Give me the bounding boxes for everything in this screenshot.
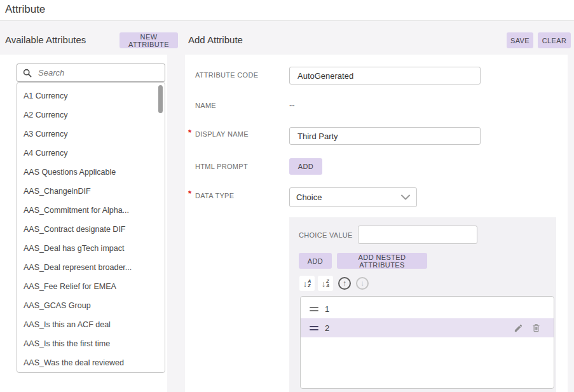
attribute-list-item[interactable]: AAS Questions Applicable	[17, 163, 165, 182]
available-attributes-panel: A1 CurrencyA2 CurrencyA3 CurrencyA4 Curr…	[0, 55, 167, 392]
sort-descending-button[interactable]: ↓ ZA	[318, 276, 333, 291]
attribute-list-item[interactable]: AAS_Fee Relief for EMEA	[17, 277, 165, 296]
required-asterisk: *	[188, 128, 191, 137]
attribute-list-item[interactable]: AAS_Is this an ACF deal	[17, 315, 165, 334]
edit-pencil-icon[interactable]	[514, 323, 523, 333]
drag-handle-icon[interactable]	[310, 307, 318, 311]
attribute-list-items: A1 CurrencyA2 CurrencyA3 CurrencyA4 Curr…	[17, 86, 165, 372]
attribute-list-item[interactable]: AAS_ChangeinDIF	[17, 182, 165, 201]
drag-handle-icon[interactable]	[310, 326, 318, 330]
move-up-button[interactable]: ↑	[338, 277, 351, 290]
display-name-input[interactable]	[289, 127, 481, 145]
attribute-list-item[interactable]: AAS_Commitment for Alpha...	[17, 201, 165, 220]
available-attributes-title: Available Attributes	[5, 34, 86, 45]
search-icon	[23, 69, 32, 78]
attribute-list-item[interactable]: A2 Currency	[17, 105, 165, 125]
new-attribute-button[interactable]: NEW ATTRIBUTE	[120, 32, 178, 48]
attribute-management-screen: Attribute Available Attributes NEW ATTRI…	[0, 0, 574, 392]
circle-arrow-down-icon: ↓	[360, 279, 364, 288]
choices-list: 12	[300, 296, 554, 389]
attribute-list-item[interactable]: A3 Currency	[17, 125, 165, 144]
html-prompt-add-button[interactable]: ADD	[289, 158, 322, 175]
data-type-label: DATA TYPE	[195, 192, 234, 199]
attribute-list-item[interactable]: A4 Currency	[17, 144, 165, 163]
circle-arrow-up-icon: ↑	[343, 279, 346, 288]
sort-z-to-a-letters: ZA	[326, 279, 329, 288]
attribute-list-item[interactable]: A1 Currency	[17, 86, 165, 105]
add-nested-attributes-button[interactable]: ADD NESTED ATTRIBUTES	[337, 253, 427, 269]
choice-value-text: 2	[325, 323, 329, 333]
add-attribute-title: Add Attribute	[188, 34, 243, 45]
sort-ascending-button[interactable]: ↓ AZ	[299, 276, 315, 291]
save-button[interactable]: SAVE	[507, 32, 533, 48]
choice-add-button[interactable]: ADD	[299, 253, 332, 269]
data-type-select[interactable]: Choice	[289, 187, 417, 207]
attribute-list-item[interactable]: AAS_Is this the first time	[17, 334, 165, 353]
display-name-label: DISPLAY NAME	[195, 130, 249, 138]
choice-row[interactable]: 1	[301, 299, 554, 318]
attribute-list-item[interactable]: AAS_GCAS Group	[17, 296, 165, 315]
attribute-list-item[interactable]: AAS_Was the deal reviewed	[17, 353, 165, 372]
attribute-list-item[interactable]: AAS_Deal represent broader...	[17, 258, 165, 277]
chevron-down-icon	[401, 194, 410, 200]
choice-options-section: CHOICE VALUE ADD ADD NESTED ATTRIBUTES ↓…	[289, 217, 556, 392]
attribute-list-item[interactable]: AAS_Contract designate DIF	[17, 220, 165, 239]
scrollbar-thumb[interactable]	[158, 85, 163, 113]
choice-row[interactable]: 2	[301, 318, 554, 337]
sort-a-to-z-letters: AZ	[308, 279, 311, 288]
choice-row-actions	[514, 323, 554, 333]
page-title: Attribute	[5, 3, 45, 16]
sort-z-to-a-icon: ↓	[322, 280, 326, 288]
html-prompt-label: HTML PROMPT	[195, 163, 248, 170]
move-down-button: ↓	[356, 277, 369, 290]
search-input[interactable]	[37, 67, 159, 78]
clear-button[interactable]: CLEAR	[538, 32, 571, 48]
attribute-code-input[interactable]	[289, 67, 481, 84]
data-type-selected-value: Choice	[296, 193, 322, 202]
add-attribute-panel: ATTRIBUTE CODE NAME -- * DISPLAY NAME HT…	[185, 55, 568, 392]
choice-value-input[interactable]	[358, 226, 477, 244]
name-label: NAME	[195, 102, 216, 109]
name-value: --	[289, 100, 295, 110]
choice-value-label: CHOICE VALUE	[299, 231, 353, 239]
attribute-list-item[interactable]: AAS_Deal has gTech impact	[17, 239, 165, 258]
delete-trash-icon[interactable]	[531, 323, 541, 333]
attribute-list: A1 CurrencyA2 CurrencyA3 CurrencyA4 Curr…	[17, 82, 165, 373]
titlebar: Attribute	[0, 0, 574, 21]
choice-value-text: 1	[325, 304, 329, 314]
required-asterisk: *	[188, 189, 191, 198]
sort-a-to-z-icon: ↓	[303, 280, 308, 288]
attribute-code-label: ATTRIBUTE CODE	[195, 71, 258, 79]
search-box[interactable]	[17, 64, 165, 82]
